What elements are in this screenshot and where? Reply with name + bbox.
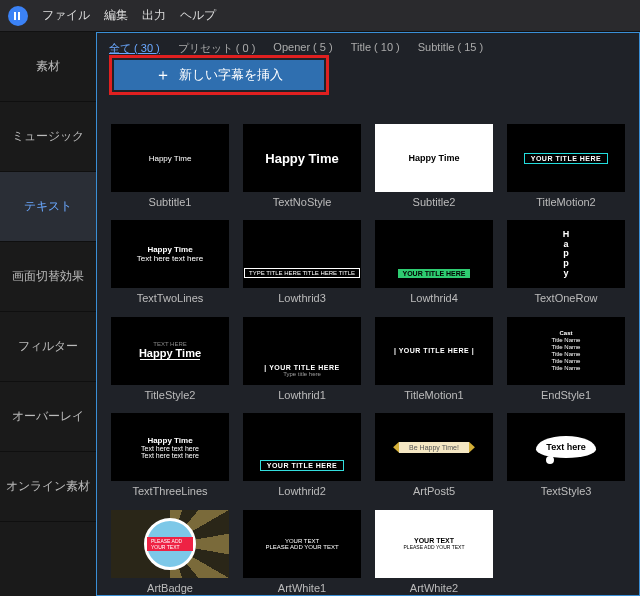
- plus-icon: ＋: [155, 65, 171, 86]
- template-card[interactable]: YOUR TEXTPLEASE ADD YOUR TEXT ArtWhite2: [373, 510, 495, 596]
- app-icon: [8, 6, 28, 26]
- template-card[interactable]: Happy TimeText here text hereText here t…: [109, 413, 231, 499]
- template-label: ArtPost5: [413, 485, 455, 497]
- template-card[interactable]: | YOUR TITLE HEREType title here Lowthri…: [241, 317, 363, 403]
- template-label: Lowthrid4: [410, 292, 458, 304]
- template-card[interactable]: YOUR TITLE HERE Lowthrid2: [241, 413, 363, 499]
- template-label: ArtWhite1: [278, 582, 326, 594]
- sidebar-item-music[interactable]: ミュージック: [0, 102, 96, 172]
- template-card[interactable]: | YOUR TITLE HERE | TitleMotion1: [373, 317, 495, 403]
- template-label: TextThreeLines: [132, 485, 207, 497]
- menubar: ファイル 編集 出力 ヘルプ: [0, 0, 640, 32]
- menu-help[interactable]: ヘルプ: [180, 7, 216, 24]
- main-panel: 全て ( 30 ) プリセット ( 0 ) Opener ( 5 ) Title…: [96, 32, 640, 596]
- template-card[interactable]: YOUR TITLE HERE Lowthrid4: [373, 220, 495, 306]
- template-label: Lowthrid3: [278, 292, 326, 304]
- template-card[interactable]: TEXT HEREHappy Time TitleStyle2: [109, 317, 231, 403]
- template-label: TextOneRow: [535, 292, 598, 304]
- sidebar-item-text[interactable]: テキスト: [0, 172, 96, 242]
- tab-all[interactable]: 全て ( 30 ): [109, 41, 160, 56]
- insert-subtitle-button[interactable]: ＋ 新しい字幕を挿入: [114, 60, 324, 90]
- tab-subtitle[interactable]: Subtitle ( 15 ): [418, 41, 483, 56]
- menu-file[interactable]: ファイル: [42, 7, 90, 24]
- template-label: TitleStyle2: [145, 389, 196, 401]
- template-label: ArtWhite2: [410, 582, 458, 594]
- tab-title[interactable]: Title ( 10 ): [351, 41, 400, 56]
- sidebar-item-overlay[interactable]: オーバーレイ: [0, 382, 96, 452]
- template-card[interactable]: TYPE TITLE HERE TITLE HERE TITLE Lowthri…: [241, 220, 363, 306]
- template-card[interactable]: Text here TextStyle3: [505, 413, 627, 499]
- tab-opener[interactable]: Opener ( 5 ): [273, 41, 332, 56]
- sidebar-item-filter[interactable]: フィルター: [0, 312, 96, 382]
- template-label: TextNoStyle: [273, 196, 332, 208]
- insert-button-highlight: ＋ 新しい字幕を挿入: [109, 55, 329, 95]
- menu-output[interactable]: 出力: [142, 7, 166, 24]
- template-label: Lowthrid1: [278, 389, 326, 401]
- template-card[interactable]: YOUR TEXTPLEASE ADD YOUR TEXT ArtWhite1: [241, 510, 363, 596]
- template-card[interactable]: PLEASE ADD YOUR TEXT ArtBadge: [109, 510, 231, 596]
- template-card[interactable]: Happy Time Subtitle1: [109, 124, 231, 210]
- template-card[interactable]: CastTitle NameTitle NameTitle NameTitle …: [505, 317, 627, 403]
- sidebar-item-online[interactable]: オンライン素材: [0, 452, 96, 522]
- template-label: Lowthrid2: [278, 485, 326, 497]
- template-label: Subtitle2: [413, 196, 456, 208]
- template-label: ArtBadge: [147, 582, 193, 594]
- sidebar-item-media[interactable]: 素材: [0, 32, 96, 102]
- template-label: TitleMotion2: [536, 196, 596, 208]
- template-card[interactable]: Happy TimeText here text here TextTwoLin…: [109, 220, 231, 306]
- template-label: TitleMotion1: [404, 389, 464, 401]
- template-card[interactable]: Be Happy Time! ArtPost5: [373, 413, 495, 499]
- sidebar-item-transition[interactable]: 画面切替効果: [0, 242, 96, 312]
- template-grid: Happy Time Subtitle1 Happy Time TextNoSt…: [97, 60, 639, 596]
- template-label: TextTwoLines: [137, 292, 204, 304]
- template-card[interactable]: Happy TextOneRow: [505, 220, 627, 306]
- menu-edit[interactable]: 編集: [104, 7, 128, 24]
- svg-rect-1: [18, 12, 20, 20]
- tab-preset[interactable]: プリセット ( 0 ): [178, 41, 256, 56]
- template-label: TextStyle3: [541, 485, 592, 497]
- svg-rect-0: [14, 12, 16, 20]
- template-label: Subtitle1: [149, 196, 192, 208]
- template-card[interactable]: Happy Time Subtitle2: [373, 124, 495, 210]
- template-card[interactable]: Happy Time TextNoStyle: [241, 124, 363, 210]
- template-label: EndStyle1: [541, 389, 591, 401]
- sidebar: 素材 ミュージック テキスト 画面切替効果 フィルター オーバーレイ オンライン…: [0, 32, 96, 596]
- insert-button-label: 新しい字幕を挿入: [179, 66, 283, 84]
- template-card[interactable]: YOUR TITLE HERE TitleMotion2: [505, 124, 627, 210]
